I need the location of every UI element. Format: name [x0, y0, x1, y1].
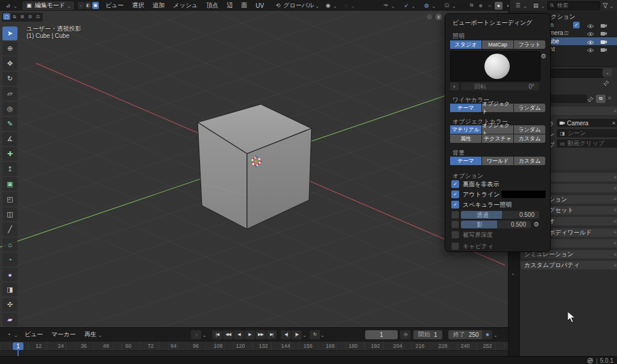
drag-dots-icon[interactable]: ≡≡	[614, 252, 617, 257]
object-color-option[interactable]: オブジェクト	[482, 125, 513, 134]
menu-item[interactable]: ビュー	[20, 330, 47, 339]
menu-item[interactable]: 頂点	[202, 1, 222, 10]
select-intersect-button[interactable]: ⊡	[34, 13, 42, 20]
object-color-option[interactable]: マテリアル	[450, 125, 481, 134]
menu-item[interactable]: 追加	[148, 1, 169, 10]
object-color-option[interactable]: テクスチャ	[482, 134, 513, 143]
menu-item[interactable]: 再生	[80, 330, 101, 339]
tool-inset-faces[interactable]: ▣	[2, 177, 17, 191]
tool-extrude-region[interactable]: ↥	[2, 162, 17, 176]
frame-forward-button[interactable]: |▶	[292, 330, 302, 339]
pivot-point-dropdown[interactable]: ◉	[322, 1, 340, 10]
wire-color-option[interactable]: テーマ	[450, 104, 481, 112]
next-keyframe-button[interactable]: ▶▶	[255, 330, 266, 339]
outliner-search[interactable]	[547, 1, 600, 10]
drag-dots-icon[interactable]: ≡≡	[614, 263, 617, 268]
lighting-tab[interactable]: MatCap	[482, 40, 513, 49]
studio-sphere[interactable]	[484, 54, 510, 79]
collection-checkbox[interactable]	[573, 22, 580, 28]
shadow-checkbox[interactable]	[451, 221, 459, 228]
background-option[interactable]: テーマ	[450, 157, 481, 165]
menu-item[interactable]: 辺	[222, 1, 237, 10]
edge-select-button[interactable]: ◧	[85, 2, 92, 9]
cavity-checkbox[interactable]	[451, 242, 459, 250]
snap-target-dropdown[interactable]: ✑	[380, 1, 398, 10]
camera-render-icon[interactable]	[600, 39, 607, 45]
outliner-display-mode-dropdown[interactable]: ☰	[512, 1, 530, 10]
new-scene-button[interactable]: ⧉	[596, 95, 606, 103]
show-gizmo-toggle[interactable]: ⧉	[468, 2, 475, 10]
shadow-slider[interactable]: 影 0.500	[461, 221, 531, 228]
3d-viewport[interactable]: X ▢ ⧉ ⊞ ⊟ ⊡ ユーザー・透視投影 (1) Cube | Cube ➤⊕…	[0, 11, 508, 327]
unlink-scene-button[interactable]: ✕	[607, 95, 612, 101]
drag-dots-icon[interactable]: ≡≡	[614, 175, 617, 180]
depth-of-field-checkbox[interactable]	[451, 231, 459, 239]
playback-sync-button[interactable]: ↻	[310, 330, 320, 339]
tool-shrink-fatten[interactable]: ✣	[2, 298, 17, 312]
drag-dots-icon[interactable]: ≡≡	[614, 186, 617, 191]
outliner-filter-id-dropdown[interactable]: ▤	[530, 1, 548, 10]
proportional-edit-dropdown[interactable]: ◌	[340, 1, 358, 10]
select-set-button[interactable]: ▢	[3, 13, 10, 20]
object-color-option[interactable]: 属性	[450, 134, 481, 143]
wire-color-option[interactable]: ランダム	[514, 104, 545, 112]
drag-dots-icon[interactable]: ≡≡	[614, 240, 617, 246]
tool-bevel[interactable]: ◰	[2, 192, 17, 206]
shading-solid-button[interactable]: ●	[495, 2, 503, 10]
scene-camera-field[interactable]: Camera ✕	[557, 119, 617, 127]
use-preview-range-button[interactable]: ◷	[400, 330, 410, 339]
play-button[interactable]: ▶	[245, 330, 255, 339]
drag-dots-icon[interactable]: ≡≡	[614, 108, 617, 114]
world-space-lighting-toggle[interactable]: ◐	[450, 83, 459, 90]
eye-icon[interactable]	[587, 23, 594, 30]
tool-smooth[interactable]: ●	[2, 268, 17, 281]
playhead-badge[interactable]: 1	[13, 342, 23, 350]
tool-spin[interactable]: ◔	[2, 253, 17, 266]
gizmo-dropdown[interactable]: ⛋	[440, 1, 459, 10]
tool-scale[interactable]: ▱	[2, 87, 17, 101]
prev-keyframe-button[interactable]: ◀◀	[223, 330, 233, 339]
outline-color-swatch[interactable]	[501, 190, 547, 199]
tool-measure[interactable]: ∡	[2, 132, 17, 146]
tool-cursor[interactable]: ⊕	[2, 42, 17, 55]
editor-type-dropdown[interactable]: ⊿	[2, 1, 20, 10]
active-clip-field[interactable]: ▭ 動画クリップ	[557, 139, 617, 148]
scroll-chevron-down-icon[interactable]: ⌄	[511, 271, 515, 276]
menu-item[interactable]: メッシュ	[169, 1, 202, 10]
camera-render-icon[interactable]	[600, 30, 607, 37]
tool-poly-build[interactable]: ⌂	[2, 237, 17, 251]
cube-object[interactable]	[198, 104, 312, 229]
studio-light-settings-gear-icon[interactable]	[540, 52, 547, 60]
show-overlays-toggle[interactable]: ⊕	[477, 2, 484, 10]
end-frame-field[interactable]: 終了 250	[448, 330, 484, 339]
camera-render-icon[interactable]	[600, 22, 607, 29]
tool-annotate[interactable]: ✎	[2, 117, 17, 131]
camera-render-icon[interactable]	[600, 46, 607, 53]
vertex-select-button[interactable]: ▫	[78, 2, 84, 9]
menu-item[interactable]: 面	[237, 1, 251, 10]
tool-shear[interactable]: ▰	[2, 313, 17, 327]
transform-orientation-dropdown[interactable]: ⟲ グローバル	[272, 1, 322, 10]
lighting-tab[interactable]: スタジオ	[450, 40, 481, 49]
xray-slider[interactable]: 透過 0.500	[461, 211, 539, 219]
auto-keying-button[interactable]: ◉	[482, 330, 492, 339]
background-option[interactable]: カスタム	[514, 157, 545, 165]
specular-lighting-checkbox[interactable]	[451, 201, 459, 209]
eye-icon[interactable]	[587, 31, 594, 37]
shadow-settings-gear-icon[interactable]	[533, 221, 539, 228]
drag-dots-icon[interactable]: ≡≡	[614, 230, 617, 235]
timeline-ruler[interactable]: 1224364860728496108120132144156168180192…	[0, 341, 508, 351]
studio-light-preview[interactable]	[450, 51, 540, 81]
mode-dropdown[interactable]: ▣ 編集モード	[22, 1, 74, 10]
rotation-slider[interactable]: 回転 0°	[461, 83, 539, 90]
lighting-tab[interactable]: フラット	[514, 40, 545, 49]
jump-to-start-button[interactable]: |◀	[212, 330, 222, 339]
background-option[interactable]: ワールド	[482, 157, 513, 165]
menu-item[interactable]: ビュー	[101, 1, 128, 10]
menu-item[interactable]: UV	[251, 2, 268, 9]
auto-record-button[interactable]: ○	[191, 330, 201, 339]
gizmo-axis-ball[interactable]	[427, 14, 433, 20]
tool-edge-slide[interactable]: ◨	[2, 283, 17, 297]
properties-filter-dropdown[interactable]	[603, 69, 612, 77]
clear-camera-icon[interactable]: ✕	[612, 121, 616, 126]
